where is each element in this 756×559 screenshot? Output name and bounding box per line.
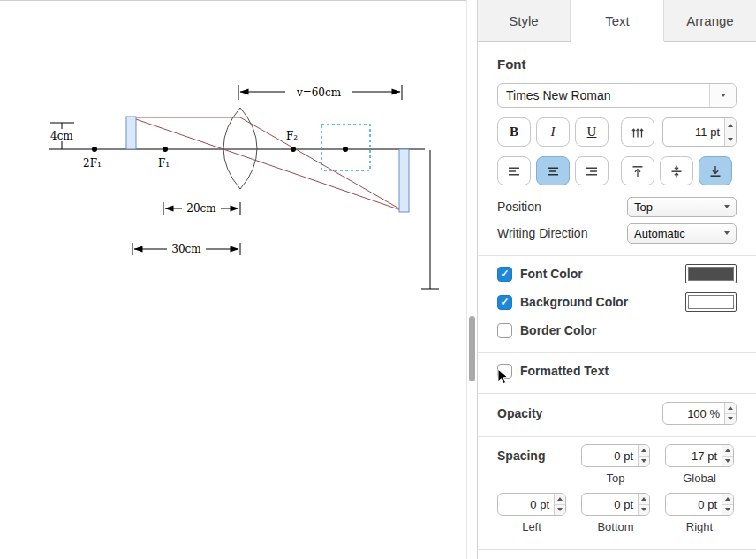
point-f1-dot[interactable]: [163, 147, 168, 152]
spacing-bottom-stepper[interactable]: 0 pt: [581, 493, 650, 516]
d20-label: 20cm: [186, 202, 216, 215]
font-family-dropdown[interactable]: Times New Roman: [497, 83, 737, 108]
spacer: [497, 474, 566, 487]
divider: [478, 436, 756, 437]
valign-middle-icon: [669, 163, 684, 179]
font-color-swatch-fill: [688, 267, 734, 281]
height-marker[interactable]: 4cm: [48, 123, 76, 149]
dimension-v60[interactable]: v=60cm: [238, 85, 402, 100]
valign-bottom-icon: [707, 163, 723, 179]
valign-top-button[interactable]: [621, 156, 654, 185]
light-rays[interactable]: [131, 117, 404, 211]
spin-down-icon[interactable]: [555, 505, 565, 516]
align-center-icon: [545, 163, 561, 179]
writing-direction-select[interactable]: Automatic: [627, 223, 737, 244]
spin-down-icon[interactable]: [725, 414, 736, 425]
point-2f1-label: 2F₁: [83, 157, 102, 170]
align-right-icon: [584, 163, 600, 179]
font-size-stepper[interactable]: 11 pt: [662, 117, 737, 147]
point-f2-dot[interactable]: [291, 147, 296, 152]
spacing-left-label: Left: [497, 516, 566, 541]
chevron-down-icon: [724, 205, 730, 208]
divider: [478, 393, 756, 394]
spin-buttons[interactable]: [638, 494, 649, 515]
spin-buttons[interactable]: [722, 494, 733, 515]
italic-glyph: I: [551, 125, 556, 140]
spin-up-icon[interactable]: [722, 494, 733, 505]
dimension-30cm[interactable]: 30cm: [132, 243, 240, 255]
spacing-bottom-label: Bottom: [581, 516, 650, 541]
tab-arrange[interactable]: Arrange: [664, 0, 756, 41]
underline-glyph: U: [587, 125, 597, 140]
divider: [478, 352, 756, 353]
formatted-text-checkbox[interactable]: [497, 364, 512, 379]
bold-button[interactable]: B: [497, 117, 531, 147]
align-right-button[interactable]: [575, 156, 609, 185]
object-shape[interactable]: [126, 117, 136, 149]
spin-buttons[interactable]: [722, 445, 733, 466]
spin-buttons[interactable]: [638, 445, 649, 466]
font-color-swatch[interactable]: [685, 264, 737, 283]
valign-middle-button[interactable]: [660, 156, 693, 185]
align-left-button[interactable]: [497, 156, 531, 185]
position-label: Position: [497, 200, 541, 214]
background-color-checkbox[interactable]: [497, 295, 512, 310]
panel-scrollbar[interactable]: [466, 0, 477, 559]
alignment-row: [497, 156, 737, 185]
spacing-left-stepper[interactable]: 0 pt: [497, 493, 566, 516]
opacity-stepper[interactable]: 100 %: [662, 402, 737, 425]
align-center-button[interactable]: [536, 156, 570, 185]
spacing-bottom-value: 0 pt: [582, 494, 638, 515]
screen-reference-line[interactable]: [421, 150, 439, 289]
spacing-left-value: 0 pt: [498, 494, 554, 515]
position-select[interactable]: Top: [627, 197, 737, 217]
border-color-row: Border Color: [497, 320, 737, 341]
opacity-value: 100 %: [663, 403, 724, 424]
italic-button[interactable]: I: [536, 117, 570, 147]
border-color-checkbox[interactable]: [497, 323, 512, 338]
background-color-swatch[interactable]: [685, 292, 737, 312]
writing-direction-label: Writing Direction: [497, 226, 587, 240]
opacity-row: Opacity 100 %: [497, 402, 737, 425]
spacing-top-value: 0 pt: [582, 445, 638, 466]
divider: [478, 255, 756, 256]
spin-down-icon[interactable]: [725, 132, 736, 146]
point-2f1-dot[interactable]: [92, 147, 97, 152]
font-size-value: 11 pt: [663, 118, 724, 146]
formatted-text-label: Formatted Text: [520, 364, 609, 378]
spacing-right-stepper[interactable]: 0 pt: [665, 493, 734, 516]
spin-down-icon[interactable]: [639, 457, 649, 467]
scrollbar-thumb[interactable]: [469, 316, 475, 381]
underline-button[interactable]: U: [575, 117, 609, 147]
drawing-canvas[interactable]: 4cm 2F₁ F₁ F₂ v=60cm: [0, 0, 466, 559]
formatted-text-row: Formatted Text: [497, 360, 737, 381]
spin-up-icon[interactable]: [639, 445, 649, 457]
position-row: Position Top: [497, 196, 737, 217]
font-style-row: B I U 11 pt: [497, 117, 737, 147]
spin-up-icon[interactable]: [639, 494, 649, 505]
font-size-spin-buttons[interactable]: [724, 118, 736, 146]
spin-up-icon[interactable]: [555, 494, 565, 505]
spin-down-icon[interactable]: [722, 457, 733, 467]
valign-bottom-button[interactable]: [699, 156, 732, 185]
spacing-global-stepper[interactable]: -17 pt: [665, 444, 734, 467]
image-shape[interactable]: [399, 149, 409, 212]
spin-buttons[interactable]: [554, 494, 565, 515]
font-color-label: Font Color: [520, 267, 583, 281]
vertical-text-button[interactable]: [621, 117, 654, 147]
spacing-top-stepper[interactable]: 0 pt: [581, 444, 650, 467]
spin-up-icon[interactable]: [725, 403, 736, 414]
tab-text[interactable]: Text: [571, 0, 664, 41]
spin-up-icon[interactable]: [725, 118, 736, 132]
spin-up-icon[interactable]: [722, 445, 733, 457]
spin-down-icon[interactable]: [639, 505, 649, 516]
center-ray-line[interactable]: [131, 117, 404, 211]
opacity-spin-buttons[interactable]: [724, 403, 736, 424]
font-color-checkbox[interactable]: [497, 267, 512, 282]
spin-down-icon[interactable]: [722, 505, 733, 516]
dimension-20cm[interactable]: 20cm: [163, 202, 240, 215]
point-unlabeled-dot[interactable]: [343, 147, 348, 152]
tab-style[interactable]: Style: [478, 0, 571, 41]
convex-lens-shape[interactable]: [223, 108, 257, 189]
background-color-row: Background Color: [497, 291, 737, 313]
